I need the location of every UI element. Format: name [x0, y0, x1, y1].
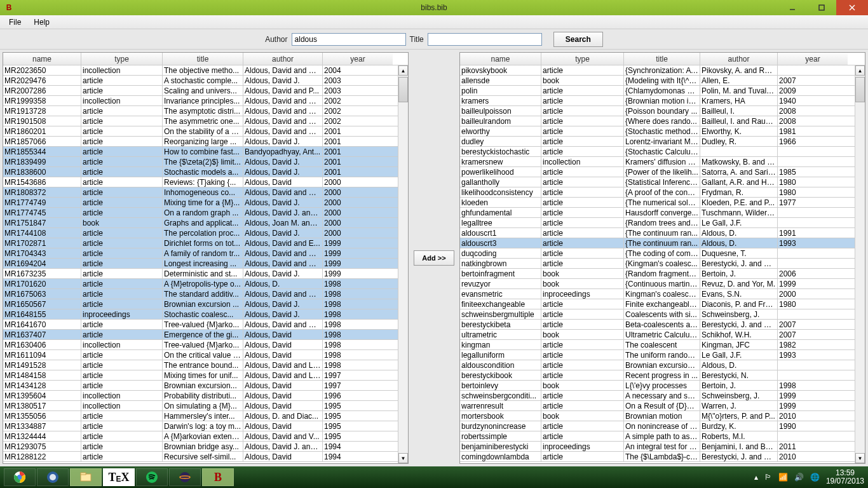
table-cell[interactable]: 2002: [323, 116, 393, 126]
table-cell[interactable]: 2000: [323, 228, 393, 238]
table-cell[interactable]: Stochastic models a...: [163, 167, 243, 177]
table-cell[interactable]: Lorentz-invariant Mar...: [624, 137, 700, 146]
table-cell[interactable]: MR1288122: [3, 452, 81, 461]
table-cell[interactable]: article: [541, 452, 624, 461]
table-cell[interactable]: MR1484158: [3, 370, 81, 380]
table-cell[interactable]: 1998: [323, 330, 393, 339]
table-cell[interactable]: book: [541, 76, 624, 85]
table-cell[interactable]: MR1999358: [3, 96, 81, 105]
table-cell[interactable]: Mixing times for unif...: [163, 370, 243, 380]
table-cell[interactable]: A {M}arkovian extens...: [163, 431, 243, 441]
table-cell[interactable]: MR1860201: [3, 126, 81, 136]
table-cell[interactable]: Aldous, David and Pi...: [243, 96, 323, 105]
table-cell[interactable]: {Random fragmenta...: [624, 269, 700, 278]
table-row[interactable]: MR1630406incollectionTree-valued {M}arko…: [3, 340, 408, 350]
table-cell[interactable]: aldouscondition: [460, 360, 541, 370]
table-cell[interactable]: On nonincrease of B...: [624, 421, 700, 431]
table-cell[interactable]: book: [541, 330, 624, 339]
table-cell[interactable]: Diaconis, P. and Fre...: [700, 299, 778, 309]
table-cell[interactable]: 1998: [323, 309, 393, 319]
table-row[interactable]: natkingbrownarticle{Kingman's coalesc...…: [460, 259, 865, 269]
table-cell[interactable]: The asymmetric one...: [163, 116, 243, 126]
table-cell[interactable]: incollection: [81, 391, 163, 400]
table-cell[interactable]: Aldous, D.: [700, 360, 778, 370]
table-cell[interactable]: article: [81, 106, 163, 116]
table-cell[interactable]: 2000: [323, 198, 393, 207]
tray-chevron-icon[interactable]: ▴: [754, 473, 758, 482]
table-cell[interactable]: Aldous, D. and Diac...: [243, 411, 323, 421]
table-cell[interactable]: article: [541, 299, 624, 309]
table-cell[interactable]: [700, 147, 778, 156]
table-cell[interactable]: MR1334887: [3, 421, 81, 431]
table-row[interactable]: MR1611094articleOn the critical value f.…: [3, 350, 408, 360]
taskbar-bibtex-icon[interactable]: B: [202, 468, 234, 486]
table-row[interactable]: robertssimplearticleA simple path to asy…: [460, 431, 865, 442]
close-button[interactable]: [836, 0, 868, 15]
right-scrollbar[interactable]: ▲ ▼: [855, 65, 865, 463]
table-row[interactable]: MR1334887articleDarwin's log: a toy m...…: [3, 421, 408, 431]
table-cell[interactable]: article: [81, 238, 163, 248]
author-input[interactable]: [292, 33, 406, 46]
table-cell[interactable]: Aldous, David and P...: [243, 86, 323, 95]
th-year[interactable]: year: [323, 53, 393, 65]
search-button[interactable]: Search: [553, 32, 603, 47]
table-cell[interactable]: Aldous, David J. and ...: [243, 208, 323, 217]
table-cell[interactable]: 1977: [778, 198, 848, 207]
table-row[interactable]: MR1999358incollectionInvariance principl…: [3, 96, 408, 106]
table-cell[interactable]: Aldous, David J.: [243, 157, 323, 166]
table-cell[interactable]: article: [81, 228, 163, 238]
table-cell[interactable]: MR1774749: [3, 198, 81, 207]
table-row[interactable]: MR1855344articleHow to combine fast...Ba…: [3, 147, 408, 157]
table-cell[interactable]: 2002: [323, 96, 393, 105]
table-cell[interactable]: MR1630406: [3, 340, 81, 349]
table-cell[interactable]: article: [541, 65, 624, 75]
table-cell[interactable]: On a random graph ...: [163, 208, 243, 217]
table-cell[interactable]: article: [81, 320, 163, 329]
table-cell[interactable]: benjaminiberestycki: [460, 442, 541, 451]
table-cell[interactable]: Aldous, David J.: [243, 228, 323, 238]
table-cell[interactable]: evansmetric: [460, 289, 541, 299]
table-cell[interactable]: Dirichlet forms on tot...: [163, 238, 243, 248]
table-cell[interactable]: {Chlamydomonas S...: [624, 86, 700, 95]
table-cell[interactable]: {Statistical Inference...: [624, 177, 700, 187]
table-cell[interactable]: Aldous, David J.: [243, 299, 323, 309]
table-cell[interactable]: Revuz, D. and Yor, M.: [700, 279, 778, 288]
table-cell[interactable]: article: [541, 198, 624, 207]
table-cell[interactable]: Le Gall, J.F.: [700, 218, 778, 227]
table-cell[interactable]: 1999: [323, 238, 393, 248]
table-cell[interactable]: Reorganizing large ...: [163, 137, 243, 146]
table-row[interactable]: allensdebook{Modeling with It{\^o}...All…: [460, 76, 865, 86]
table-cell[interactable]: A {M}etropolis-type o...: [163, 279, 243, 288]
table-row[interactable]: MR1288122articleRecursive self-simil...A…: [3, 452, 408, 462]
table-cell[interactable]: 2003: [323, 76, 393, 85]
table-cell[interactable]: duqcoding: [460, 248, 541, 258]
table-cell[interactable]: kloeden: [460, 198, 541, 207]
scroll-down-icon[interactable]: ▼: [855, 453, 865, 463]
table-cell[interactable]: The uniform random...: [624, 350, 700, 360]
table-cell[interactable]: Dudley, R.: [700, 137, 778, 146]
table-row[interactable]: revuzyorbook{Continuous marting...Revuz,…: [460, 279, 865, 289]
table-row[interactable]: ghfundamentalarticleHausdorff converge..…: [460, 208, 865, 218]
table-cell[interactable]: article: [541, 320, 624, 329]
table-cell[interactable]: {Random trees and ...: [624, 218, 700, 227]
table-cell[interactable]: 2001: [323, 167, 393, 177]
table-cell[interactable]: An integral test for th...: [624, 442, 700, 451]
table-cell[interactable]: The {$\Lambda$}-coa...: [624, 452, 700, 461]
table-cell[interactable]: Aldous, David and Pi...: [243, 289, 323, 299]
table-cell[interactable]: Aldous, David: [243, 330, 323, 339]
table-cell[interactable]: 1998: [323, 299, 393, 309]
table-cell[interactable]: Tree-valued {M}arko...: [163, 320, 243, 329]
table-cell[interactable]: Berestycki, J. and Be...: [700, 259, 778, 268]
scroll-up-icon[interactable]: ▲: [855, 65, 865, 76]
table-cell[interactable]: Aldous, David J.: [243, 137, 323, 146]
table-cell[interactable]: article: [541, 248, 624, 258]
table-cell[interactable]: MR1611094: [3, 350, 81, 360]
table-cell[interactable]: 2000: [323, 208, 393, 217]
table-cell[interactable]: MR1675063: [3, 289, 81, 299]
table-cell[interactable]: Bertoin, J.: [700, 269, 778, 278]
table-cell[interactable]: aldouscrt3: [460, 238, 541, 248]
table-cell[interactable]: 1991: [778, 228, 848, 238]
table-cell[interactable]: robertssimple: [460, 431, 541, 441]
table-cell[interactable]: MR1702871: [3, 238, 81, 248]
table-cell[interactable]: dudley: [460, 137, 541, 146]
